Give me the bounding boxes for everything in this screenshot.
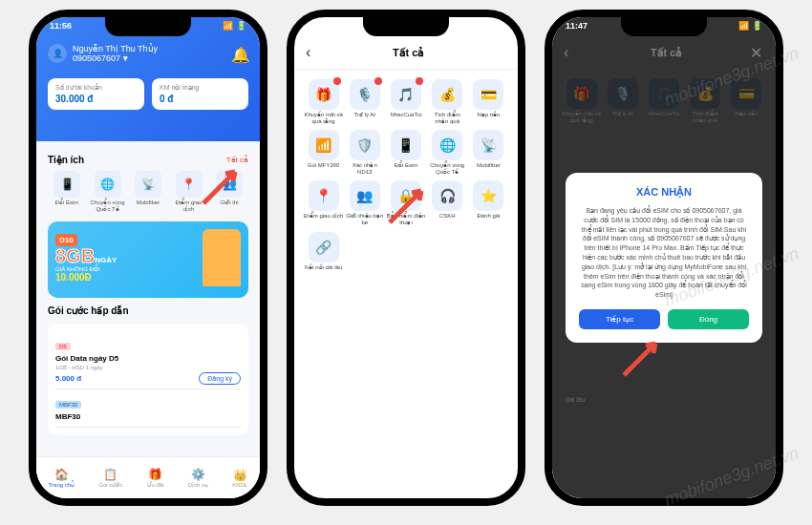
grid-item[interactable]: 🎧 CSKH (428, 180, 467, 225)
plans-section: D5 Gói Data ngày D5 1GB - HSD 1 ngày 5.0… (48, 324, 248, 435)
grid-item[interactable]: 🛡️ Xác nhận ND13 (345, 130, 384, 175)
grid-item[interactable]: 🎁 Khuyến mãi và quà tặng (304, 79, 343, 124)
utilities-title: Tiện ích (48, 155, 84, 165)
utility-label: Chuyển vùng Quốc Tế (89, 200, 127, 212)
bottom-nav: 🏠Trang chủ 📋Gói cước 🎁Ưu đãi ⚙️Dịch vụ 👑… (36, 456, 260, 498)
balance-label: Số dư tài khoản (55, 84, 137, 92)
utility-icon: 🌐 (95, 171, 121, 198)
phone-frame-modal: 11:47 📶 🔋 ‹ Tất cả ✕ 🎁 Khuyến mãi và quà… (545, 10, 783, 506)
grid-icon: 🌐 (432, 130, 462, 160)
grid-icon: 🔗 (309, 232, 339, 262)
grid-icon: 💰 (432, 79, 462, 110)
phone-notch (363, 17, 449, 36)
grid-item[interactable]: 💰 Tích điểm nhận quà (428, 79, 467, 124)
grid-item[interactable]: 📱 Đổi Esim (386, 130, 425, 175)
utility-icon: 📱 (53, 171, 80, 198)
plan-price: 5.000 đ (55, 374, 81, 383)
offers-icon: 🎁 (148, 468, 163, 481)
page-title: Tất cả (310, 47, 506, 59)
phone-notch (105, 17, 191, 36)
promo-banner[interactable]: D10 8GBNGÀY GIÁ KHÔNG ĐỔI 10.000Đ (48, 221, 248, 298)
modal-overlay[interactable]: XÁC NHẬN Bạn đang yêu cầu đổi eSIM cho s… (552, 17, 776, 498)
phone-frame-all: ‹ Tất cả 🎁 Khuyến mãi và quà tặng 🎙️ Trợ… (287, 10, 525, 506)
grid-item[interactable]: 📍 Điểm giao dịch (304, 180, 343, 225)
grid-item[interactable]: 👥 Giới thiệu bạn bè (345, 180, 384, 225)
utility-item[interactable]: 📡 Mobifiber (129, 171, 167, 212)
nav-offers[interactable]: 🎁Ưu đãi (147, 468, 164, 488)
grid-icon: 📡 (473, 130, 503, 160)
grid-label: Trợ lý AI (345, 112, 384, 118)
nav-kndl[interactable]: 👑KNDL (232, 469, 247, 488)
plan-item[interactable]: D5 Gói Data ngày D5 1GB - HSD 1 ngày 5.0… (55, 331, 241, 389)
balance-card[interactable]: Số dư tài khoản 30.000 đ (48, 78, 144, 110)
user-block[interactable]: 👤 Nguyễn Thị Thu Thủy 0905067607 ▾ (36, 44, 260, 63)
grid-icon: 💳 (473, 79, 503, 110)
tutorial-arrow (385, 179, 433, 231)
utilities-grid: 🎁 Khuyến mãi và quà tặng 🎙️ Trợ lý AI 🎵 … (294, 70, 518, 280)
phone-frame-home: 11:56 📶 🔋 👤 Nguyễn Thị Thu Thủy 09050676… (29, 10, 267, 506)
grid-label: Đánh giá (469, 213, 508, 220)
grid-label: Kết nối dài lâu (304, 264, 343, 271)
plans-header: Gói cước hấp dẫn (48, 305, 248, 316)
close-button[interactable]: Đóng (668, 309, 749, 329)
balance-cards: Số dư tài khoản 30.000 đ KM nội mạng 0 đ (36, 71, 260, 117)
user-name: Nguyễn Thị Thu Thủy (73, 44, 158, 53)
phone-notch (621, 17, 707, 36)
grid-icon: 🛡️ (350, 130, 380, 160)
kndl-icon: 👑 (232, 469, 247, 482)
grid-label: Chuyển vùng Quốc Tế (428, 162, 467, 175)
grid-icon: 👥 (350, 180, 380, 211)
data-value: 0 đ (160, 94, 241, 104)
grid-item[interactable]: 🔗 Kết nối dài lâu (304, 232, 343, 271)
grid-item[interactable]: 📶 Gói MFY200 (304, 130, 343, 175)
grid-item[interactable]: 🎙️ Trợ lý AI (345, 79, 384, 124)
utility-label: Đổi Esim (48, 200, 86, 206)
register-button[interactable]: Đăng ký (199, 372, 241, 385)
status-time: 11:47 (566, 21, 588, 31)
banner-person-image (203, 229, 241, 286)
nav-services[interactable]: ⚙️Dịch vụ (188, 468, 208, 488)
grid-label: Điểm giao dịch (304, 213, 343, 220)
services-icon: ⚙️ (190, 468, 205, 481)
data-card[interactable]: KM nội mạng 0 đ (152, 78, 248, 110)
avatar-icon: 👤 (48, 44, 67, 63)
plan-tag: D5 (55, 343, 71, 350)
grid-label: Tích điểm nhận quà (428, 112, 467, 124)
grid-item[interactable]: 🎵 NhacCuaTui (386, 79, 425, 124)
plan-item[interactable]: MBF30 MBF30 (55, 389, 241, 428)
home-screen: 👤 Nguyễn Thị Thu Thủy 0905067607 ▾ 🔔 Số … (36, 17, 260, 498)
nav-home[interactable]: 🏠Trang chủ (49, 468, 75, 488)
tutorial-arrow (199, 160, 246, 212)
grid-label: Mobifiber (469, 162, 508, 169)
grid-icon: 🎵 (391, 79, 421, 110)
grid-item[interactable]: 📡 Mobifiber (469, 130, 508, 175)
grid-icon: 📶 (309, 130, 339, 160)
balance-value: 30.000 đ (55, 94, 137, 104)
continue-button[interactable]: Tiếp tục (579, 309, 660, 329)
data-label: KM nội mạng (160, 84, 241, 92)
plan-name: MBF30 (55, 412, 241, 421)
status-icons: 📶 🔋 (223, 21, 246, 31)
grid-item[interactable]: 💳 Nạp tiền (469, 79, 508, 124)
grid-label: Đổi Esim (386, 162, 425, 169)
notification-bell-icon[interactable]: 🔔 (231, 46, 246, 61)
plans-icon: 📋 (103, 468, 118, 481)
grid-icon: ⭐ (473, 180, 503, 211)
grid-label: Khuyến mãi và quà tặng (304, 112, 343, 124)
grid-icon: 🎁 (309, 79, 339, 110)
modal-body: Bạn đang yêu cầu đổi eSIM cho số 0905067… (579, 206, 749, 300)
utility-icon: 📡 (135, 171, 161, 198)
utility-item[interactable]: 📱 Đổi Esim (48, 171, 86, 212)
plan-tag: MBF30 (55, 401, 81, 409)
grid-item[interactable]: 🌐 Chuyển vùng Quốc Tế (428, 130, 467, 175)
grid-icon: 📍 (309, 180, 339, 211)
grid-label: Xác nhận ND13 (345, 162, 384, 175)
plan-name: Gói Data ngày D5 (55, 354, 241, 363)
grid-label: Giới thiệu bạn bè (345, 213, 384, 225)
badge-dot (374, 77, 382, 85)
modal-screen: ‹ Tất cả ✕ 🎁 Khuyến mãi và quà tặng 🎙️ T… (552, 17, 776, 498)
plan-desc: 1GB - HSD 1 ngày (55, 365, 241, 370)
utility-item[interactable]: 🌐 Chuyển vùng Quốc Tế (89, 171, 127, 212)
grid-item[interactable]: ⭐ Đánh giá (469, 180, 508, 225)
nav-plans[interactable]: 📋Gói cước (98, 468, 122, 488)
